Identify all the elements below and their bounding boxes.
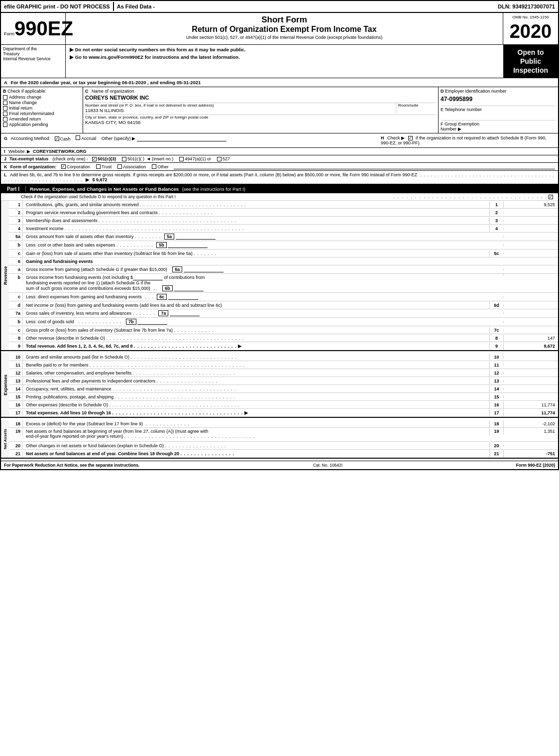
- row-4: 4 Investment income . . . . . . . . . . …: [9, 225, 558, 233]
- dept-line3: Internal Revenue Service: [3, 56, 63, 61]
- row-6c: c Less: direct expenses from gaming and …: [9, 293, 558, 301]
- part-i-title: Revenue, Expenses, and Changes in Net As…: [30, 186, 179, 192]
- instruction1: ▶ Do not enter social security numbers o…: [70, 47, 499, 52]
- checkbox-accrual[interactable]: Accrual: [76, 136, 98, 141]
- row-6b: b Gross income from fundraising events (…: [9, 274, 558, 293]
- row-7b: b Less: cost of goods sold . . . . . . .…: [9, 318, 558, 326]
- org-name: COREYS NETWORK INC: [85, 95, 436, 101]
- expenses-label: Expenses: [1, 353, 9, 417]
- part-i-label: Part I: [1, 186, 26, 192]
- form-org-label: K: [4, 164, 7, 169]
- checkbox-address-change[interactable]: Address change: [3, 95, 81, 100]
- group-exemption-label: F Group Exemption: [441, 122, 479, 126]
- tax-status-label: J: [4, 156, 6, 161]
- open-inspection-label: Open to Public Inspection: [513, 48, 548, 75]
- form-org-text: Form of organization:: [10, 164, 57, 169]
- return-title: Return of Organization Exempt From Incom…: [70, 25, 499, 34]
- row-13: 13 Professional fees and other payments …: [9, 377, 558, 385]
- checkbox-501c3[interactable]: ✓ 501(c)(3): [92, 156, 116, 161]
- row-5b: b Less: cost or other basis and sales ex…: [9, 241, 558, 250]
- insert-no: ◄ (insert no.): [146, 156, 173, 161]
- row-18: 18 Excess or (deficit) for the year (Sub…: [9, 420, 558, 428]
- row-20: 20 Other changes in net assets or fund b…: [9, 442, 558, 450]
- short-form-title: Short Form: [70, 15, 499, 25]
- under-section: Under section 501(c), 527, or 4947(a)(1)…: [70, 35, 499, 40]
- gross-receipts-amount: $ 9,672: [93, 177, 108, 182]
- row-16: 16 Other expenses (describe in Schedule …: [9, 401, 558, 409]
- checkbox-501c-other[interactable]: 501(c)( ): [122, 156, 144, 161]
- row-7c: c Gross profit or (loss) from sales of i…: [9, 326, 558, 334]
- section-a-text: For the 2020 calendar year, or tax year …: [11, 80, 201, 85]
- row-19: 19 Net assets or fund balances at beginn…: [9, 428, 558, 442]
- city-label: City or town, state or province, country…: [85, 115, 436, 120]
- ein-label: Employer identification number: [445, 89, 507, 94]
- section-h-desc: if the organization is not required to a…: [381, 135, 547, 145]
- section-h-text: Check ▶: [387, 135, 405, 140]
- cat-no: Cat. No. 10642I: [313, 463, 343, 468]
- gross-receipts-arrow: ▶: [86, 177, 89, 182]
- row-5a: 5a Gross amount from sale of assets othe…: [9, 233, 558, 241]
- tax-status-text: Tax-exempt status: [9, 156, 48, 161]
- net-assets-label: Net Assets: [1, 420, 9, 458]
- other-method: Other (specify) ▶: [102, 136, 136, 141]
- group-exemption-sublabel: Number: [441, 126, 456, 131]
- dept-line1: Department of the: [3, 46, 63, 51]
- gross-receipts-text: Add lines 5b, 6c, and 7b to line 9 to de…: [10, 172, 417, 177]
- form-number: 990EZ: [14, 17, 73, 39]
- address-value: 11833 N ILLINOIS: [85, 108, 394, 113]
- row-2: 2 Program service revenue including gove…: [9, 209, 558, 217]
- row-7a: 7a Gross sales of inventory, less return…: [9, 309, 558, 318]
- website-label: I: [4, 149, 5, 154]
- website-url: COREYSNETWORK.ORG: [33, 149, 87, 154]
- row-1: 1 Contributions, gifts, grants, and simi…: [9, 201, 558, 209]
- gross-receipts-label: L: [4, 172, 7, 177]
- checkbox-schedule-o[interactable]: . . . . . . . . . . . . . . . . . . . . …: [393, 194, 553, 199]
- checkbox-corporation[interactable]: ✓ Corporation: [61, 164, 90, 169]
- checkbox-amended-return[interactable]: Amended return: [3, 117, 81, 122]
- city-value: KANSAS CITY, MO 64156: [85, 120, 436, 125]
- row-12: 12 Salaries, other compensation, and emp…: [9, 369, 558, 377]
- checkbox-4947[interactable]: 4947(a)(1) or: [179, 156, 211, 161]
- row-6d: d Net income or (loss) from gaming and f…: [9, 301, 558, 309]
- schedule-o-text: Check if the organization used Schedule …: [1, 194, 176, 199]
- checkbox-initial-return[interactable]: Initial return: [3, 106, 81, 111]
- room-suite-value: [398, 108, 436, 113]
- checkbox-name-change[interactable]: Name change: [3, 100, 81, 105]
- row-6: 6 Gaming and fundraising events: [9, 257, 558, 265]
- org-name-label: Name of organization: [92, 89, 134, 94]
- row-14: 14 Occupancy, rent, utilities, and maint…: [9, 385, 558, 393]
- revenue-label: Revenue: [1, 201, 9, 350]
- checkbox-trust[interactable]: Trust: [96, 164, 112, 169]
- section-c-label: C: [85, 89, 89, 94]
- row-21: 21 Net assets or fund balances at end of…: [9, 450, 558, 458]
- row-15: 15 Printing, publications, postage, and …: [9, 393, 558, 401]
- tax-year: 2020: [505, 21, 556, 42]
- checkbox-final-return[interactable]: Final return/terminated: [3, 111, 81, 116]
- form-prefix-label: Form: [4, 31, 14, 36]
- accounting-method-label: Accounting Method:: [11, 136, 51, 141]
- row-11: 11 Benefits paid to or for members . . .…: [9, 361, 558, 369]
- row-6a: a Gross income from gaming (attach Sched…: [9, 265, 558, 274]
- dept-line2: Treasury: [3, 51, 63, 56]
- row-9: 9 Total revenue. Add lines 1, 2, 3, 4, 5…: [9, 342, 558, 350]
- website-text: Website: ▶: [8, 149, 30, 154]
- dln-label: DLN: 93492173007071: [498, 3, 555, 9]
- instruction2: ▶ Go to www.irs.gov/Form990EZ for instru…: [70, 54, 499, 60]
- row-8: 8 Other revenue (describe in Schedule O)…: [9, 334, 558, 342]
- address-label: Number and street (or P. O. box, if mail…: [85, 103, 394, 108]
- checkbox-application-pending[interactable]: Application pending: [3, 122, 81, 127]
- paperwork-text: For Paperwork Reduction Act Notice, see …: [4, 463, 139, 468]
- ein-value: 47-0995899: [441, 96, 556, 103]
- section-a-label: A: [4, 80, 7, 85]
- part-i-see-instructions: (see the instructions for Part I): [182, 186, 245, 192]
- row-10: 10 Grants and similar amounts paid (list…: [9, 353, 558, 361]
- checkbox-association[interactable]: Association: [117, 164, 146, 169]
- as-filed-label: As Filed Data -: [117, 3, 155, 9]
- room-suite-label: Room/suite: [398, 103, 436, 108]
- omb-number: OMB No. 1545-1150: [505, 15, 556, 19]
- group-exemption-arrow: ▶: [458, 126, 461, 131]
- form-ref: Form 990-EZ (2020): [516, 463, 555, 468]
- checkbox-527[interactable]: 527: [217, 156, 230, 161]
- checkbox-cash[interactable]: ✓ Cash: [55, 136, 71, 141]
- checkbox-other-org[interactable]: Other: [152, 164, 169, 169]
